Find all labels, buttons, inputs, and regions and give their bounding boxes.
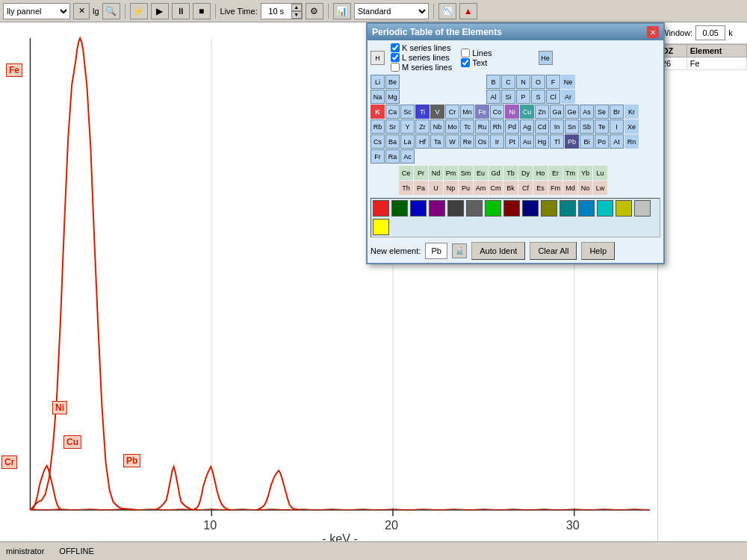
- pt-cell-Sc[interactable]: Sc: [400, 105, 415, 119]
- pt-cell-Fr[interactable]: Fr: [371, 149, 385, 164]
- pt-cell-Cs[interactable]: Cs: [371, 134, 385, 149]
- pt-cell-Rh[interactable]: Rh: [490, 119, 504, 134]
- pt-cell-Be[interactable]: Be: [385, 75, 400, 89]
- pt-cell-Tc[interactable]: Tc: [460, 119, 474, 134]
- play-btn[interactable]: ▶: [151, 3, 169, 19]
- pt-cell-He[interactable]: He: [539, 51, 553, 65]
- pt-cell-N[interactable]: N: [516, 75, 530, 89]
- pt-cell-Sb[interactable]: Sb: [580, 119, 594, 134]
- pt-cell-P[interactable]: P: [516, 90, 530, 104]
- pt-cell-Lu[interactable]: Lu: [593, 166, 607, 180]
- pt-cell-Hf[interactable]: Hf: [415, 134, 430, 149]
- color-blue[interactable]: [410, 200, 427, 217]
- l-series-checkbox[interactable]: [391, 53, 400, 62]
- pt-cell-Te[interactable]: Te: [595, 119, 609, 134]
- pt-cell-K[interactable]: K: [371, 105, 385, 119]
- pt-cell-At[interactable]: At: [610, 134, 624, 149]
- color-darkgreen[interactable]: [391, 200, 408, 217]
- pt-cell-Cm[interactable]: Cm: [489, 181, 503, 195]
- pt-cell-Ac[interactable]: Ac: [400, 149, 415, 164]
- pt-cell-I[interactable]: I: [610, 119, 624, 134]
- dialog-close-btn[interactable]: ✕: [647, 26, 659, 38]
- color-darkgray[interactable]: [447, 200, 464, 217]
- pt-cell-Ce[interactable]: Ce: [399, 166, 413, 180]
- pt-cell-Rb[interactable]: Rb: [371, 119, 385, 134]
- m-series-checkbox[interactable]: [391, 63, 400, 72]
- pt-cell-Zr[interactable]: Zr: [415, 119, 430, 134]
- pt-cell-Am[interactable]: Am: [474, 181, 488, 195]
- color-yellow[interactable]: [373, 219, 389, 235]
- pt-cell-Nb[interactable]: Nb: [430, 119, 444, 134]
- pt-cell-Ag[interactable]: Ag: [520, 119, 534, 134]
- pt-cell-Tl[interactable]: Tl: [550, 134, 564, 149]
- pt-cell-S[interactable]: S: [531, 90, 545, 104]
- pt-cell-Pa[interactable]: Pa: [414, 181, 428, 195]
- pt-cell-Yb[interactable]: Yb: [578, 166, 592, 180]
- gear-btn[interactable]: ⚙: [306, 3, 323, 19]
- pt-cell-Ne[interactable]: Ne: [561, 75, 575, 89]
- panel-select[interactable]: lly pannel: [3, 3, 70, 19]
- pt-cell-Ir[interactable]: Ir: [490, 134, 504, 149]
- text-checkbox[interactable]: [461, 58, 470, 67]
- chart-icon[interactable]: 📊: [333, 3, 351, 19]
- pt-cell-Xe[interactable]: Xe: [624, 119, 639, 134]
- pt-cell-F[interactable]: F: [546, 75, 560, 89]
- zoom-btn[interactable]: 🔍: [102, 3, 120, 19]
- pt-cell-Pt[interactable]: Pt: [505, 134, 519, 149]
- k-series-checkbox[interactable]: [391, 43, 400, 52]
- color-darkred[interactable]: [503, 200, 520, 217]
- pt-cell-Kr[interactable]: Kr: [624, 105, 639, 119]
- color-teal[interactable]: [560, 200, 576, 217]
- pt-cell-Cr[interactable]: Cr: [445, 105, 459, 119]
- pt-cell-Dy[interactable]: Dy: [518, 166, 533, 180]
- pt-cell-Re[interactable]: Re: [460, 134, 474, 149]
- pt-cell-Bk[interactable]: Bk: [503, 181, 518, 195]
- auto-ident-btn[interactable]: Auto Ident: [471, 242, 525, 260]
- pt-cell-Po[interactable]: Po: [595, 134, 609, 149]
- pt-cell-Se[interactable]: Se: [595, 105, 609, 119]
- pt-cell-Np[interactable]: Np: [444, 181, 458, 195]
- pt-cell-Cl[interactable]: Cl: [546, 90, 560, 104]
- pt-cell-Mo[interactable]: Mo: [445, 119, 459, 134]
- pt-cell-Fe[interactable]: Fe: [475, 105, 489, 119]
- help-btn[interactable]: Help: [581, 242, 615, 260]
- pt-cell-Eu[interactable]: Eu: [474, 166, 488, 180]
- pt-cell-V[interactable]: V: [430, 105, 444, 119]
- color-green[interactable]: [485, 200, 501, 217]
- lines-option[interactable]: Lines: [461, 49, 492, 57]
- pt-cell-Gd[interactable]: Gd: [489, 166, 503, 180]
- livetime-down[interactable]: ▼: [291, 11, 302, 19]
- color-navy[interactable]: [522, 200, 539, 217]
- table-row[interactable]: 26 Fe: [659, 57, 747, 70]
- pt-cell-Ru[interactable]: Ru: [475, 119, 489, 134]
- pt-cell-Ta[interactable]: Ta: [430, 134, 444, 149]
- pt-cell-La[interactable]: La: [400, 134, 415, 149]
- pt-cell-Ti[interactable]: Ti: [415, 105, 430, 119]
- color-red[interactable]: [373, 200, 389, 217]
- color-purple[interactable]: [429, 200, 445, 217]
- pause-btn[interactable]: ⏸: [172, 3, 190, 19]
- close-btn[interactable]: ✕: [73, 3, 90, 19]
- text-option[interactable]: Text: [461, 58, 492, 67]
- pt-cell-Bi[interactable]: Bi: [580, 134, 594, 149]
- lines-checkbox[interactable]: [461, 49, 470, 57]
- pt-cell-Rn[interactable]: Rn: [624, 134, 639, 149]
- pt-cell-Lw[interactable]: Lw: [593, 181, 607, 195]
- livetime-input[interactable]: [261, 4, 291, 19]
- color-lightblue[interactable]: [578, 200, 595, 217]
- pt-cell-Nd[interactable]: Nd: [429, 166, 443, 180]
- pt-cell-Pu[interactable]: Pu: [459, 181, 473, 195]
- mode-select[interactable]: Standard Advanced Simple: [354, 3, 429, 19]
- pt-cell-O[interactable]: O: [531, 75, 545, 89]
- pt-cell-Pb[interactable]: Pb: [565, 134, 579, 149]
- pt-cell-Au[interactable]: Au: [520, 134, 534, 149]
- m-series-option[interactable]: M series lines: [391, 63, 452, 72]
- pt-cell-W[interactable]: W: [445, 134, 459, 149]
- pt-cell-Th[interactable]: Th: [399, 181, 413, 195]
- pt-cell-Al[interactable]: Al: [486, 90, 500, 104]
- pt-cell-Si[interactable]: Si: [501, 90, 515, 104]
- pt-cell-Co[interactable]: Co: [490, 105, 504, 119]
- color-gray[interactable]: [466, 200, 483, 217]
- l-series-option[interactable]: L series lines: [391, 53, 452, 62]
- pt-cell-Md[interactable]: Md: [563, 181, 577, 195]
